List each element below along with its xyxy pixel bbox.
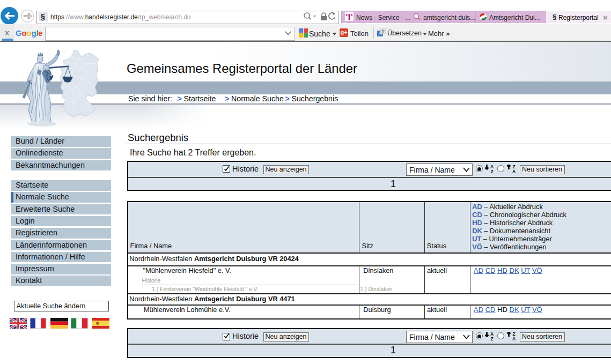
svg-text:A: A	[512, 168, 516, 173]
svg-text:Z: Z	[490, 168, 493, 173]
svg-text:Z: Z	[490, 336, 493, 340]
svg-text:A: A	[378, 31, 381, 36]
svg-text:A: A	[512, 336, 516, 340]
